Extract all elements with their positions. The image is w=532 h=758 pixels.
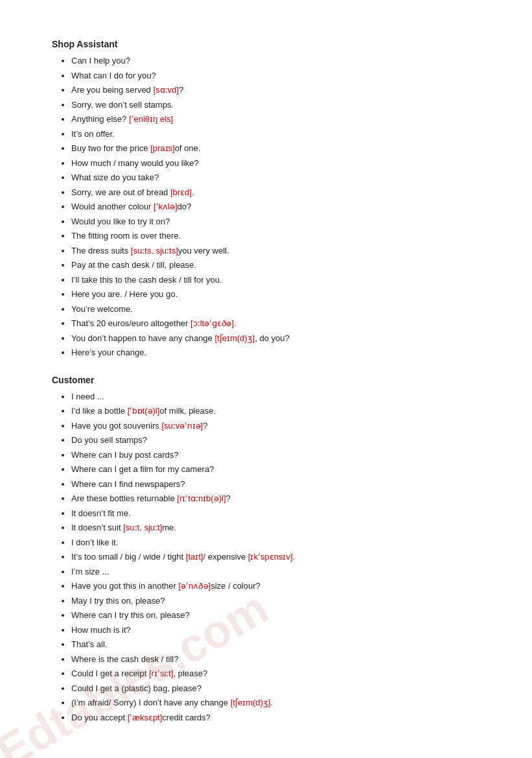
list-item: That’s 20 euros/euro altogether [ɔːltəˈɡ…	[71, 317, 493, 330]
item-text: You don’t happen to have any change	[71, 333, 214, 343]
item-text-after: of milk, please.	[159, 406, 216, 416]
phonetic-text: [ɔːltəˈɡɛðə]	[191, 318, 234, 328]
list-item: Could I get a (plastic) bag, please?	[71, 682, 493, 695]
list-item: The fitting room is over there.	[71, 230, 493, 243]
list-item: Are these bottles returnable [rɪˈtɑːnɪb(…	[71, 492, 493, 505]
item-text: I’d like a bottle	[71, 406, 128, 416]
list-item: Pay at the cash desk / till, please.	[71, 259, 493, 272]
list-item: Buy two for the price [praɪs]of one.	[71, 142, 493, 155]
list-item: Where is the cash desk / till?	[71, 653, 493, 666]
item-text-after: do?	[178, 202, 192, 211]
item-list-shop-assistant: Can I help you?What can I do for you?Are…	[52, 54, 493, 359]
list-item: Sorry, we don’t sell stamps.	[71, 99, 493, 112]
list-item: It’s too small / big / wide / tight [taɪ…	[71, 551, 493, 563]
list-item: How much / many would you like?	[71, 157, 493, 170]
item-text: Could I get a receipt	[71, 669, 149, 678]
list-item: Have you got souvenirs [suːvəˈnɪə]?	[71, 420, 493, 432]
list-item: I’ll take this to the cash desk / till f…	[71, 274, 493, 287]
list-item: Do you sell stamps?	[71, 434, 493, 447]
item-text-after: size / colour?	[211, 581, 260, 591]
phonetic-text: [brɛd]	[170, 187, 192, 197]
list-item: Can I help you?	[71, 54, 493, 67]
list-item: You don’t happen to have any change [tʃe…	[71, 332, 493, 345]
item-text-after: ?	[203, 421, 207, 431]
item-text-after: of one.	[175, 143, 201, 153]
section-customer: CustomerI need ...I’d like a bottle [ˈbɒ…	[52, 375, 493, 724]
list-item: Have you got this in another [əˈnʌðə]siz…	[71, 580, 493, 593]
phonetic-text: [praɪs]	[150, 143, 175, 153]
list-item: I’m size ...	[71, 565, 493, 578]
item-text: Have you got this in another	[71, 581, 179, 591]
phonetic-text: [suːt, sjuːt]	[123, 523, 162, 532]
list-item: Where can I find newspapers?	[71, 478, 493, 491]
list-item: May I try this on, please?	[71, 595, 493, 608]
item-text: Have you got souvenirs	[71, 421, 161, 431]
item-text: Do you accept	[71, 713, 128, 722]
item-text-after: ?	[179, 85, 183, 95]
phonetic-text: [rɪˈsiːt]	[149, 669, 174, 678]
section-title-customer: Customer	[52, 375, 493, 385]
phonetic-text: [tʃeɪm(d)ʒ]	[231, 698, 271, 707]
item-text-after: , do you?	[255, 333, 290, 343]
list-item: Where can I get a film for my camera?	[71, 463, 493, 476]
phonetic-text: [ˈeniθɪŋ els]	[129, 114, 173, 124]
list-item: Anything else? [ˈeniθɪŋ els]	[71, 113, 493, 126]
item-text: Sorry, we are out of bread	[71, 187, 170, 197]
item-text-after: ?	[226, 493, 231, 503]
item-list-customer: I need ...I’d like a bottle [ˈbɒt(ə)l]of…	[52, 390, 493, 724]
list-item: Sorry, we are out of bread [brɛd].	[71, 186, 493, 199]
item-text-after: , please?	[174, 669, 208, 678]
item-text: That’s 20 euros/euro altogether	[71, 318, 191, 328]
item-text: Are these bottles returnable	[71, 493, 177, 503]
list-item: It doesn’t suit [suːt, sjuːt]me.	[71, 521, 493, 534]
item-text-after: .	[270, 698, 273, 707]
list-item: Would you like to try it on?	[71, 215, 493, 228]
phonetic-text: [rɪˈtɑːnɪb(ə)l]	[177, 493, 226, 503]
phonetic-text: [əˈnʌðə]	[179, 581, 211, 591]
phonetic-text: [sɑːvd]	[153, 85, 178, 95]
item-text: (I’m afraid/ Sorry) I don’t have any cha…	[71, 698, 231, 707]
list-item: It’s on offer.	[71, 128, 493, 141]
item-text-after-2: .	[293, 552, 295, 562]
list-item: I don’t like it.	[71, 536, 493, 549]
item-text: Anything else?	[71, 114, 129, 124]
list-item: Here you are. / Here you go.	[71, 288, 493, 301]
section-shop-assistant: Shop AssistantCan I help you?What can I …	[52, 39, 493, 359]
phonetic-text: [ˈbɒt(ə)l]	[128, 406, 160, 416]
list-item: Where can I buy post cards?	[71, 449, 493, 462]
list-item: How much is it?	[71, 624, 493, 637]
list-item: The dress suits [suːts, sjuːts]you very …	[71, 244, 493, 257]
item-text-after: you very well.	[178, 246, 229, 255]
item-text: It doesn’t suit	[71, 523, 123, 532]
list-item: It doesn’t fit me.	[71, 507, 493, 520]
item-text: Are you being served	[71, 85, 153, 95]
item-text: It’s too small / big / wide / tight	[71, 552, 186, 562]
phonetic-text: [suːts, sjuːts]	[131, 246, 178, 255]
list-item: Would another colour [ˈkʌlə]do?	[71, 200, 493, 213]
item-text: The dress suits	[71, 246, 131, 255]
phonetic-text: [ˈkʌlə]	[154, 202, 178, 211]
item-text-after: me.	[162, 523, 176, 532]
phonetic-text: [suːvəˈnɪə]	[161, 421, 203, 431]
item-text: Would another colour	[71, 202, 154, 211]
list-item: Here’s your change.	[71, 346, 493, 359]
phonetic-text-2: [ɪkˈspɛnsɪv]	[248, 552, 293, 562]
phonetic-text: [tʃeɪm(d)ʒ]	[214, 333, 255, 343]
list-item: Where can I try this on, please?	[71, 609, 493, 622]
list-item: What can I do for you?	[71, 69, 493, 82]
list-item: Are you being served [sɑːvd]?	[71, 84, 493, 97]
section-title-shop-assistant: Shop Assistant	[52, 39, 493, 49]
item-text-after: / expensive	[203, 552, 248, 562]
item-text-after: .	[192, 187, 194, 197]
phonetic-text: [taɪt]	[186, 552, 203, 562]
list-item: (I’m afraid/ Sorry) I don’t have any cha…	[71, 696, 493, 709]
item-text: Buy two for the price	[71, 143, 150, 153]
list-item: I need ...	[71, 390, 493, 403]
item-text-after: credit cards?	[162, 713, 210, 722]
phonetic-text: [ˈæksɛpt]	[128, 713, 163, 722]
list-item: What size do you take?	[71, 171, 493, 184]
list-item: Could I get a receipt [rɪˈsiːt], please?	[71, 667, 493, 680]
list-item: Do you accept [ˈæksɛpt]credit cards?	[71, 711, 493, 724]
list-item: That’s all.	[71, 638, 493, 651]
list-item: I’d like a bottle [ˈbɒt(ə)l]of milk, ple…	[71, 405, 493, 418]
